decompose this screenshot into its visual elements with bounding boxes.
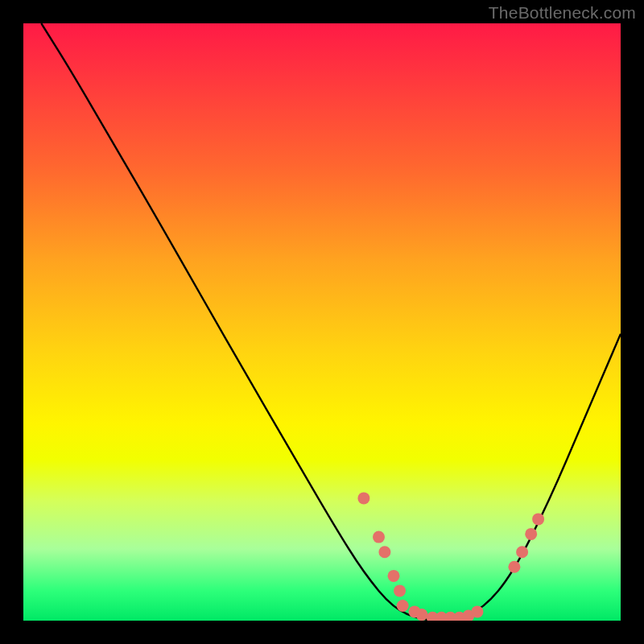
scatter-dot — [388, 570, 400, 582]
scatter-dot — [373, 531, 385, 543]
scatter-dot — [415, 609, 427, 621]
watermark-label: TheBottleneck.com — [489, 3, 636, 23]
scatter-dot — [378, 546, 390, 558]
scatter-dot — [516, 546, 528, 558]
scatter-dot — [471, 605, 483, 617]
scatter-dots — [357, 492, 544, 621]
scatter-dot — [532, 513, 544, 525]
scatter-dot — [357, 492, 369, 504]
scatter-dot — [397, 600, 409, 612]
scatter-dot — [508, 561, 520, 573]
plot-area — [23, 23, 621, 621]
scatter-dot — [394, 584, 406, 597]
chart-svg — [23, 23, 621, 621]
scatter-dot — [525, 528, 537, 540]
